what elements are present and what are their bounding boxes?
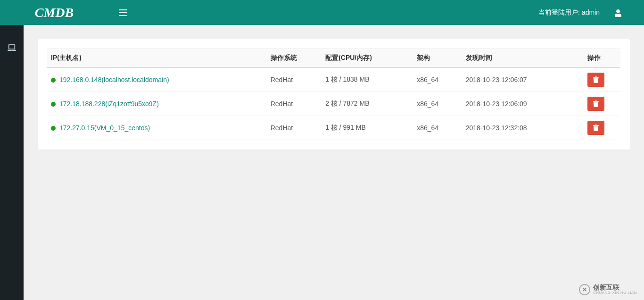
cell-os: RedHat xyxy=(267,116,322,140)
host-link[interactable]: 192.168.0.148(localhost.localdomain) xyxy=(59,76,169,84)
hosts-card: IP(主机名) 操作系统 配置(CPU/内存) 架构 发现时间 操作 192.1… xyxy=(38,39,630,150)
cell-action xyxy=(584,67,620,92)
cell-config: 1 核 / 1838 MB xyxy=(322,67,413,92)
delete-button[interactable] xyxy=(587,97,604,111)
laptop-icon xyxy=(8,44,16,51)
sidebar-toggle-area xyxy=(108,0,127,25)
status-dot-icon xyxy=(51,78,56,83)
cell-os: RedHat xyxy=(267,92,322,116)
footer-brand-sub: CHUANG XIN HU LIAN xyxy=(593,291,637,295)
layout: IP(主机名) 操作系统 配置(CPU/内存) 架构 发现时间 操作 192.1… xyxy=(0,25,644,300)
logo-box: CMDB xyxy=(0,0,108,25)
table-row: 192.168.0.148(localhost.localdomain) Red… xyxy=(47,67,620,92)
table-header-row: IP(主机名) 操作系统 配置(CPU/内存) 架构 发现时间 操作 xyxy=(47,49,620,68)
delete-button[interactable] xyxy=(587,73,604,87)
table-row: 172.27.0.15(VM_0_15_centos) RedHat 1 核 /… xyxy=(47,116,620,140)
trash-icon xyxy=(593,125,599,131)
hosts-table: IP(主机名) 操作系统 配置(CPU/内存) 架构 发现时间 操作 192.1… xyxy=(47,49,620,140)
host-link[interactable]: 172.18.188.228(iZq1zotf9u5xo9Z) xyxy=(59,100,159,108)
cell-arch: x86_64 xyxy=(413,67,462,92)
col-header-action: 操作 xyxy=(584,49,620,68)
cell-config: 1 核 / 991 MB xyxy=(322,116,413,140)
cell-action xyxy=(584,92,620,116)
top-header: CMDB 当前登陆用户: admin xyxy=(0,0,644,25)
sidebar-item-hosts[interactable] xyxy=(0,38,24,57)
cell-ip: 172.18.188.228(iZq1zotf9u5xo9Z) xyxy=(47,92,267,116)
cell-discovered: 2018-10-23 12:32:08 xyxy=(462,116,584,140)
col-header-arch: 架构 xyxy=(413,49,462,68)
cell-action xyxy=(584,116,620,140)
sidebar xyxy=(0,25,24,300)
status-dot-icon xyxy=(51,102,56,107)
delete-button[interactable] xyxy=(587,121,604,135)
table-row: 172.18.188.228(iZq1zotf9u5xo9Z) RedHat 2… xyxy=(47,92,620,116)
status-dot-icon xyxy=(51,126,56,131)
cell-discovered: 2018-10-23 12:06:07 xyxy=(462,67,584,92)
cell-ip: 172.27.0.15(VM_0_15_centos) xyxy=(47,116,267,140)
main-content: IP(主机名) 操作系统 配置(CPU/内存) 架构 发现时间 操作 192.1… xyxy=(24,25,644,300)
col-header-discovered: 发现时间 xyxy=(462,49,584,68)
current-user-label: 当前登陆用户: admin xyxy=(538,8,600,17)
header-right: 当前登陆用户: admin xyxy=(538,8,644,17)
trash-icon xyxy=(593,100,599,107)
logo-text: CMDB xyxy=(35,5,74,20)
trash-icon xyxy=(593,76,599,83)
footer-brand-main: 创新互联 xyxy=(593,284,637,291)
footer-brand: ✕ 创新互联 CHUANG XIN HU LIAN xyxy=(579,284,637,295)
cell-config: 2 核 / 7872 MB xyxy=(322,92,413,116)
cell-os: RedHat xyxy=(267,67,322,92)
col-header-config: 配置(CPU/内存) xyxy=(322,49,413,68)
footer-brand-icon: ✕ xyxy=(579,284,590,295)
footer-brand-text: 创新互联 CHUANG XIN HU LIAN xyxy=(593,284,637,295)
cell-arch: x86_64 xyxy=(413,116,462,140)
hamburger-icon[interactable] xyxy=(119,9,127,16)
col-header-os: 操作系统 xyxy=(267,49,322,68)
cell-ip: 192.168.0.148(localhost.localdomain) xyxy=(47,67,267,92)
cell-discovered: 2018-10-23 12:06:09 xyxy=(462,92,584,116)
cell-arch: x86_64 xyxy=(413,92,462,116)
host-link[interactable]: 172.27.0.15(VM_0_15_centos) xyxy=(59,125,150,132)
col-header-ip: IP(主机名) xyxy=(47,49,267,68)
user-icon[interactable] xyxy=(615,9,621,16)
